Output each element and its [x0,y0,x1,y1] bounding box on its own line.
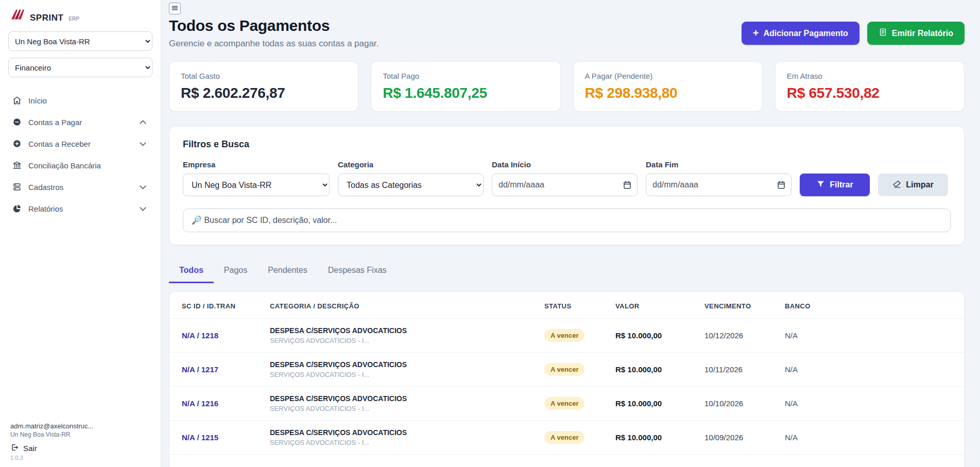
eraser-icon [892,180,901,191]
stat-value: R$ 1.645.807,25 [383,85,548,101]
stat-card-a-pagar: A Pagar (Pendente) R$ 298.938,80 [573,61,763,112]
tab-despesas-fixas[interactable]: Despesas Fixas [318,262,397,283]
stat-cards: Total Gasto R$ 2.602.276,87 Total Pago R… [169,61,965,112]
data-inicio-label: Data Início [492,160,638,169]
stat-card-em-atraso: Em Atraso R$ 657.530,82 [775,61,965,112]
tab-todos[interactable]: Todos [169,262,214,283]
sidebar-item-contas-a-receber[interactable]: Contas a Receber [8,134,152,153]
money-in-icon [12,139,22,148]
row-id-link[interactable]: N/A / 1216 [182,399,218,408]
row-value: R$ 10.000,00 [615,433,662,442]
data-fim-input[interactable] [646,174,792,196]
row-category: DESPESA C/SERVIÇOS ADVOCATICIOS [270,394,540,403]
row-value: R$ 10.000,00 [615,331,662,340]
table-row[interactable]: N/A / 1215 DESPESA C/SERVIÇOS ADVOCATICI… [169,421,964,455]
plus-icon: + [753,28,759,38]
filter-icon [816,180,825,191]
column-header-categoria: CATEGORIA / DESCRIÇÃO [270,292,544,319]
row-due-date: 10/09/2026 [704,433,743,442]
menu-icon [171,4,179,13]
business-unit-select[interactable]: Un Neg Boa Vista-RR [8,31,152,51]
row-value: R$ 10.000,00 [615,365,662,374]
logout-label: Sair [23,444,37,453]
table-row[interactable]: N/A / 1217 DESPESA C/SERVIÇOS ADVOCATICI… [169,353,964,387]
filtrar-button[interactable]: Filtrar [800,174,870,196]
table-row[interactable]: N/A / 1218 DESPESA C/SERVIÇOS ADVOCATICI… [169,319,964,353]
chevron-down-icon [140,183,146,189]
emit-report-button[interactable]: Emitir Relatório [867,22,965,45]
row-id-link[interactable]: N/A / 1218 [182,331,218,340]
chevron-down-icon [140,140,146,146]
row-due-date: 10/10/2026 [704,399,743,408]
module-select[interactable]: Financeiro [8,58,152,77]
row-bank: N/A [785,433,798,442]
row-due-date: 10/11/2026 [704,365,743,374]
filters-row: Empresa Un Neg Boa Vista-RR Categoria To… [183,160,951,196]
limpar-button[interactable]: Limpar [878,174,948,196]
logout-icon [10,443,19,453]
sidebar-item-contas-a-pagar[interactable]: Contas a Pagar [8,113,152,131]
row-id-link[interactable]: N/A / 1217 [182,365,218,374]
sidebar-item-cadastros[interactable]: Cadastros [8,178,152,196]
sidebar-nav: Início Contas a Pagar Contas a Receber C… [8,91,152,218]
row-id-link[interactable]: N/A / 1215 [182,433,218,442]
data-inicio-field: Data Início [492,160,638,196]
stat-card-total-pago: Total Pago R$ 1.645.807,25 [371,61,560,112]
filtrar-label: Filtrar [830,180,853,189]
bank-icon [12,161,22,170]
stat-card-total-gasto: Total Gasto R$ 2.602.276,87 [169,61,358,112]
tab-pendentes[interactable]: Pendentes [257,262,318,283]
sidebar-footer: adm.matriz@axelconstruc... Un Neg Boa Vi… [8,422,152,461]
logout-button[interactable]: Sair [10,443,150,453]
sidebar-item-relatorios[interactable]: Relatórios [8,199,152,218]
limpar-label: Limpar [906,180,933,189]
categoria-select[interactable]: Todas as Categorias [338,174,484,196]
stat-value: R$ 2.602.276,87 [181,85,347,101]
page-subtitle: Gerencie e acompanhe todas as suas conta… [169,39,379,49]
row-bank: N/A [785,365,798,374]
page-header-text: Todos os Pagamentos Gerencie e acompanhe… [169,17,379,49]
row-description: SERVIÇOS ADVOCATICIOS - I... [270,439,540,446]
user-unit: Un Neg Boa Vista-RR [10,431,150,438]
search-input[interactable] [183,209,951,232]
stat-label: Total Pago [383,72,548,80]
empresa-select[interactable]: Un Neg Boa Vista-RR [183,174,330,196]
sidebar-item-label: Início [28,96,47,105]
row-category: DESPESA C/SERVIÇOS ADVOCATICIOS [270,326,540,335]
sidebar-toggle-button[interactable] [169,3,181,14]
tab-pagos[interactable]: Pagos [214,262,257,283]
sidebar-item-inicio[interactable]: Início [8,91,152,110]
brand-logo-icon [10,8,26,23]
stat-value: R$ 298.938,80 [585,85,751,101]
table-row[interactable]: N/A / 1216 DESPESA C/SERVIÇOS ADVOCATICI… [169,387,964,421]
column-header-id: SC ID / ID.TRAN [169,292,270,319]
column-header-valor: VALOR [615,292,704,319]
table-header-row: SC ID / ID.TRAN CATEGORIA / DESCRIÇÃO ST… [169,292,964,319]
sidebar-item-conciliacao-bancaria[interactable]: Conciliação Bancária [8,156,152,175]
stat-label: Total Gasto [181,72,347,80]
sidebar-item-label: Contas a Receber [28,140,91,148]
sidebar-item-label: Cadastros [28,183,63,192]
categoria-field: Categoria Todas as Categorias [338,160,484,196]
sidebar-item-label: Contas a Pagar [28,118,82,127]
home-icon [12,96,22,105]
row-bank: N/A [785,399,798,408]
app-version: 1.0.3 [10,455,150,461]
stat-label: A Pagar (Pendente) [585,72,751,80]
search-row [183,209,951,232]
data-inicio-input[interactable] [492,174,638,196]
money-out-icon [12,117,22,127]
data-fim-field: Data Fim [646,160,792,196]
user-email: adm.matriz@axelconstruc... [10,422,150,430]
stat-value: R$ 657.530,82 [787,85,953,101]
filters-card: Filtros e Busca Empresa Un Neg Boa Vista… [169,126,965,245]
categoria-label: Categoria [338,160,484,169]
brand-name: SPRINT [30,13,63,23]
chevron-down-icon [140,204,146,211]
add-payment-button[interactable]: + Adicionar Pagamento [742,22,859,45]
pie-chart-icon [12,204,22,213]
tabs: Todos Pagos Pendentes Despesas Fixas [169,262,965,283]
sidebar-item-label: Relatórios [28,204,63,213]
row-description: SERVIÇOS ADVOCATICIOS - I... [270,337,540,344]
payments-table: SC ID / ID.TRAN CATEGORIA / DESCRIÇÃO ST… [169,292,964,467]
